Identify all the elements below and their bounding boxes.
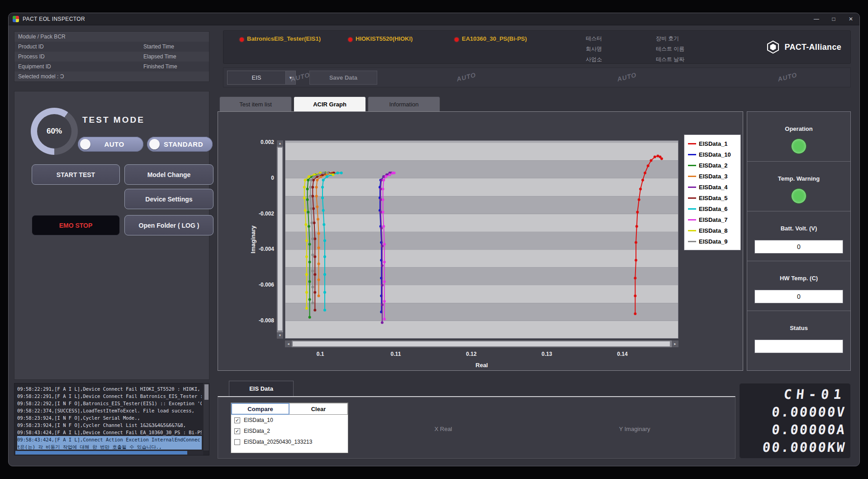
batt-volt-label: Batt. Volt. (V) bbox=[747, 211, 850, 232]
toggle-knob-icon bbox=[80, 139, 90, 149]
temp-warning-indicator bbox=[791, 188, 806, 204]
scrollbar-thumb[interactable] bbox=[292, 341, 670, 347]
model-change-button[interactable]: Model Change bbox=[124, 164, 213, 185]
eis-data-item[interactable]: ✓EISData_10 bbox=[231, 415, 348, 426]
info-row-label: Process ID bbox=[18, 52, 45, 62]
status-label: Status bbox=[747, 311, 850, 331]
scroll-down-icon[interactable]: ▼ bbox=[277, 332, 283, 339]
info-row-label: Equipment ID bbox=[18, 62, 51, 72]
status-panel: Operation Temp. Warning Batt. Volt. (V) … bbox=[747, 111, 851, 371]
info-row: Selected model : Ɔ bbox=[14, 72, 209, 81]
job-info-panel: Module / Pack BCRProduct IDStarted TimeP… bbox=[14, 31, 209, 82]
legend-swatch bbox=[688, 154, 696, 155]
window-title: PACT EOL INSPECTOR bbox=[23, 16, 85, 22]
eis-nyquist-plot bbox=[285, 140, 678, 339]
log-line[interactable]: 09:58:22:291,[F A I L],Device Connect Fa… bbox=[17, 385, 202, 393]
minimize-button[interactable]: — bbox=[808, 13, 825, 25]
maximize-button[interactable]: □ bbox=[825, 13, 842, 25]
status-input[interactable] bbox=[754, 340, 843, 353]
scrollbar-thumb[interactable] bbox=[277, 147, 283, 331]
chart-horizontal-scrollbar[interactable]: ◄ ► bbox=[285, 340, 678, 347]
batt-volt-input[interactable] bbox=[754, 240, 843, 254]
auto-watermark: AUTO bbox=[456, 71, 477, 83]
scroll-up-icon[interactable]: ▲ bbox=[277, 140, 283, 147]
log-line[interactable]: 09:58:22:292,[I N F O],Batronics_EIS_Tes… bbox=[17, 400, 202, 407]
eis-data-body: Compare Clear ✓EISData_10✓EISData_2EISDa… bbox=[218, 396, 735, 459]
hw-temp-label: HW Temp. (C) bbox=[747, 261, 850, 282]
start-test-button[interactable]: START TEST bbox=[32, 164, 120, 185]
eis-data-tab[interactable]: EIS Data bbox=[229, 381, 294, 396]
seven-segment-line: 0.00000A bbox=[739, 421, 851, 439]
legend-swatch bbox=[688, 241, 696, 242]
legend-swatch bbox=[688, 187, 696, 188]
close-button[interactable]: ✕ bbox=[842, 13, 859, 25]
device-label: BatronicsEIS_Tester(EIS1) bbox=[247, 35, 321, 42]
auto-watermark: AUTO bbox=[617, 71, 637, 83]
log-line[interactable]: 09:58:23:924,[I N F O],Cycler Serial Mod… bbox=[17, 414, 202, 422]
scrollbar-thumb[interactable] bbox=[204, 384, 209, 400]
legend-swatch bbox=[688, 197, 696, 199]
legend-label: EISData_8 bbox=[699, 227, 728, 234]
log-line[interactable]: 09:58:22:374,[SUCCESS],LoadTestItemToExc… bbox=[17, 407, 202, 414]
auto-watermark: AUTO bbox=[777, 71, 798, 83]
legend-label: EISData_7 bbox=[699, 216, 728, 223]
compare-button[interactable]: Compare bbox=[231, 403, 289, 415]
scroll-left-icon[interactable]: ◄ bbox=[285, 340, 292, 347]
legend-item: EISData_7 bbox=[688, 214, 737, 225]
scroll-right-icon[interactable]: ► bbox=[672, 340, 678, 347]
log-line[interactable]: 09:58:22:291,[F A I L],Device Connect Fa… bbox=[17, 393, 202, 400]
save-data-button[interactable]: Save Data bbox=[309, 71, 377, 85]
legend-swatch bbox=[688, 230, 696, 231]
test-type-combo[interactable]: EIS ▼ bbox=[227, 71, 296, 85]
log-line[interactable]: 09:58:23:924,[I N F O],Cycler Channel Li… bbox=[17, 422, 202, 429]
open-folder-button[interactable]: Open Folder ( LOG ) bbox=[124, 215, 213, 235]
y-axis-title: Imaginary bbox=[250, 194, 257, 285]
meta-label: 장비 호기 bbox=[656, 35, 679, 43]
log-line[interactable]: 09:58:43:424,[F A I L],Connect Action Ex… bbox=[17, 436, 202, 450]
eis-data-item-label: EISData_20250430_133213 bbox=[244, 439, 312, 445]
y-tick-label: -0.002 bbox=[236, 211, 274, 217]
tab-information[interactable]: Information bbox=[368, 96, 440, 111]
seven-segment-line: 0.00000V bbox=[739, 403, 851, 421]
legend-item: EISData_6 bbox=[688, 203, 737, 214]
clear-button[interactable]: Clear bbox=[289, 403, 348, 415]
hw-temp-input[interactable] bbox=[754, 290, 843, 303]
auto-toggle[interactable]: AUTO bbox=[78, 137, 143, 152]
info-row-value: Started Time bbox=[143, 42, 174, 52]
auto-toggle-label: AUTO bbox=[90, 140, 143, 148]
meta-label: 테스트 이름 bbox=[656, 45, 684, 53]
log-horizontal-scrollbar[interactable] bbox=[14, 450, 203, 455]
chart-vertical-scrollbar[interactable]: ▲ ▼ bbox=[277, 140, 283, 339]
window-controls: — □ ✕ bbox=[808, 13, 859, 25]
standard-toggle-label: STANDARD bbox=[160, 140, 213, 148]
x-tick-label: 0.13 bbox=[533, 351, 560, 357]
toolbar: EIS ▼ Save Data AUTOAUTOAUTOAUTO bbox=[223, 67, 851, 87]
emo-stop-button[interactable]: EMO STOP bbox=[32, 215, 120, 235]
eis-data-item[interactable]: EISData_20250430_133213 bbox=[231, 436, 348, 447]
standard-toggle[interactable]: STANDARD bbox=[147, 137, 213, 152]
legend-swatch bbox=[688, 143, 696, 144]
eis-data-item-label: EISData_10 bbox=[244, 417, 273, 423]
temp-warning-label: Temp. Warning bbox=[747, 162, 850, 182]
device-status-bar: BatronicsEIS_Tester(EIS1)HIOKIST5520(HIO… bbox=[223, 30, 851, 64]
legend-label: EISData_6 bbox=[699, 206, 728, 212]
seven-segment-line: 00.0000KW bbox=[739, 439, 851, 456]
log-vertical-scrollbar[interactable] bbox=[203, 383, 209, 450]
tab-test-item-list[interactable]: Test item list bbox=[219, 96, 292, 111]
checkbox[interactable]: ✓ bbox=[234, 417, 240, 423]
eis-data-item[interactable]: ✓EISData_2 bbox=[231, 426, 348, 436]
brand-name: PACT-Alliance bbox=[784, 43, 841, 52]
checkbox[interactable] bbox=[234, 439, 240, 445]
progress-value: 60% bbox=[31, 108, 78, 155]
device-settings-button[interactable]: Device Settings bbox=[124, 189, 213, 209]
scrollbar-thumb[interactable] bbox=[15, 451, 187, 455]
meta-label: 테스트 날짜 bbox=[656, 56, 684, 63]
legend-item: EISData_2 bbox=[688, 160, 737, 171]
y-tick-label: -0.004 bbox=[236, 246, 274, 252]
checkbox[interactable]: ✓ bbox=[234, 428, 240, 434]
log-line[interactable]: 09:58:43:424,[F A I L],Device Connect Fa… bbox=[17, 429, 202, 436]
legend-label: EISData_3 bbox=[699, 173, 728, 180]
tab-acir-graph[interactable]: ACIR Graph bbox=[294, 96, 366, 111]
eis-data-list: Compare Clear ✓EISData_10✓EISData_2EISDa… bbox=[231, 402, 348, 453]
legend-item: EISData_5 bbox=[688, 192, 737, 203]
